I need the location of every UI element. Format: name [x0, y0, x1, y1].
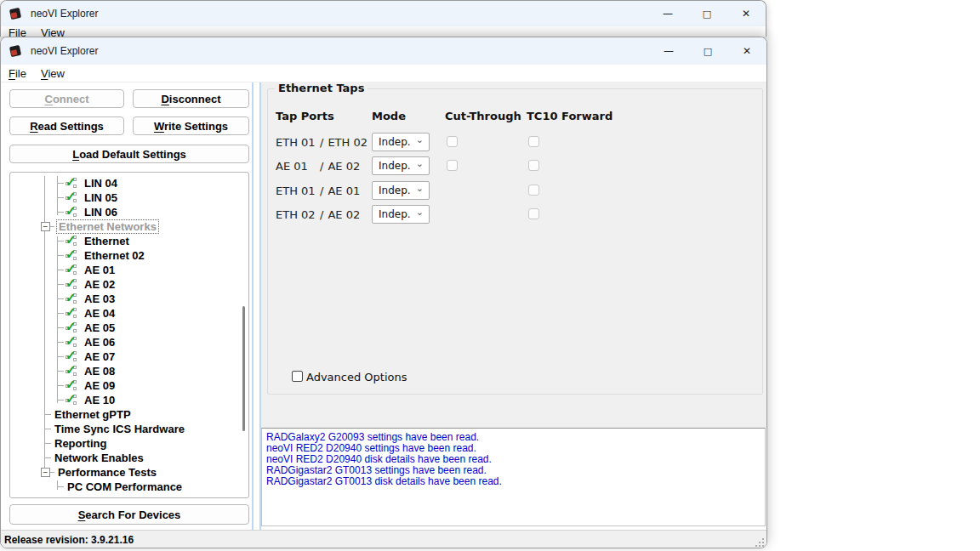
menu-view[interactable]: View — [41, 67, 65, 80]
write-settings-button[interactable]: Write Settings — [133, 116, 249, 135]
tree-item-ae-02[interactable]: ✓AE 02 — [57, 277, 248, 292]
tap-ports-label: ETH 01/AE 01 — [276, 185, 360, 197]
chevron-down-icon: ⌄ — [416, 158, 424, 169]
checked-network-icon: ✓ — [65, 293, 81, 305]
tree-scrollbar[interactable] — [242, 306, 245, 431]
neovi-explorer-window: neoVI Explorer — □ ✕ File View Connect D… — [0, 37, 767, 548]
tree-item-ethernet-02[interactable]: ✓Ethernet 02 — [57, 248, 248, 263]
tap-ports-label: ETH 01/ETH 02 — [276, 136, 368, 149]
advanced-options-label: Advanced Options — [306, 371, 407, 383]
tree-item-ae-08[interactable]: ✓AE 08 — [57, 364, 248, 378]
close-icon[interactable]: ✕ — [726, 1, 766, 26]
tree-item-ae-10[interactable]: ✓AE 10 — [57, 393, 248, 407]
col-header-mode: Mode — [372, 110, 406, 122]
tree-item-ae-09[interactable]: ✓AE 09 — [57, 378, 248, 393]
menu-file[interactable]: File — [9, 67, 26, 80]
tree-item-performance-tests[interactable]: −Performance Tests — [41, 465, 248, 480]
tree-item-reporting[interactable]: Reporting — [44, 436, 248, 451]
mode-dropdown[interactable]: Indep.⌄ — [372, 133, 430, 151]
tc10-forward-checkbox[interactable] — [528, 160, 539, 171]
collapse-icon[interactable]: − — [41, 468, 50, 477]
checked-network-icon: ✓ — [65, 278, 81, 291]
tree-item-ae-04[interactable]: ✓AE 04 — [57, 306, 248, 321]
tree-item-ae-01[interactable]: ✓AE 01 — [57, 263, 248, 277]
col-header-cut-through: Cut-Through — [445, 110, 521, 122]
checked-network-icon: ✓ — [65, 264, 81, 276]
tree-item-network-enables[interactable]: Network Enables — [44, 451, 248, 465]
tree-item-time-sync[interactable]: Time Sync ICS Hardware — [44, 422, 248, 436]
read-settings-button[interactable]: Read Settings — [9, 116, 124, 135]
load-default-settings-button[interactable]: Load Default Settings — [9, 145, 249, 163]
maximize-icon[interactable]: □ — [687, 1, 726, 26]
back-titlebar[interactable]: neoVI Explorer — □ ✕ — [1, 1, 766, 26]
chevron-down-icon: ⌄ — [416, 134, 424, 145]
titlebar[interactable]: neoVI Explorer — □ ✕ — [1, 37, 766, 65]
tree-item-ae-07[interactable]: ✓AE 07 — [57, 349, 248, 364]
chevron-down-icon: ⌄ — [416, 183, 424, 194]
tree-item-ae-06[interactable]: ✓AE 06 — [57, 335, 248, 349]
message-log: RADGalaxy2 G20093 settings have been rea… — [261, 428, 766, 526]
checked-network-icon: ✓ — [65, 336, 81, 349]
back-menu-view[interactable]: View — [41, 26, 65, 37]
mode-dropdown[interactable]: Indep.⌄ — [372, 205, 430, 224]
close-icon[interactable]: ✕ — [727, 37, 766, 65]
cut-through-checkbox[interactable] — [447, 136, 458, 147]
device-pane: Connect Disconnect Read Settings Write S… — [1, 82, 252, 530]
minimize-icon[interactable]: — — [649, 37, 688, 65]
tree-item-lin-04[interactable]: ✓LIN 04 — [57, 176, 248, 190]
checked-network-icon: ✓ — [65, 307, 81, 320]
checked-network-icon: ✓ — [65, 365, 81, 378]
collapse-icon[interactable]: − — [41, 222, 50, 231]
app-icon — [9, 8, 23, 20]
tree-item-lin-06[interactable]: ✓LIN 06 — [57, 205, 248, 219]
tree-item-pc-com-performance[interactable]: PC COM Performance — [57, 480, 248, 494]
checked-network-icon: ✓ — [65, 235, 81, 247]
mode-dropdown[interactable]: Indep.⌄ — [372, 181, 430, 200]
status-bar: Release revision: 3.9.21.16 — [1, 530, 766, 548]
advanced-options-checkbox[interactable] — [292, 371, 303, 382]
tc10-forward-checkbox[interactable] — [528, 208, 539, 219]
minimize-icon[interactable]: — — [648, 1, 687, 26]
col-header-tap-ports: Tap Ports — [276, 110, 334, 122]
background-window: neoVI Explorer — □ ✕ File View — [0, 0, 766, 37]
window-title: neoVI Explorer — [31, 45, 98, 57]
settings-tree: ✓LIN 04 ✓LIN 05 ✓LIN 06 −Ethernet Networ… — [9, 172, 249, 498]
checked-network-icon: ✓ — [65, 249, 81, 262]
tap-ports-label: ETH 02/AE 02 — [276, 208, 360, 221]
tree-item-ethernet[interactable]: ✓Ethernet — [57, 234, 248, 248]
tc10-forward-checkbox[interactable] — [528, 185, 539, 196]
tc10-forward-checkbox[interactable] — [528, 136, 539, 147]
back-menubar: File View — [1, 26, 766, 37]
resize-grip-icon[interactable] — [755, 538, 764, 547]
mode-dropdown[interactable]: Indep.⌄ — [372, 156, 430, 175]
app-icon — [9, 45, 23, 58]
checked-network-icon: ✓ — [65, 177, 81, 190]
tree-item-ae-03[interactable]: ✓AE 03 — [57, 292, 248, 306]
connect-button[interactable]: Connect — [9, 89, 124, 108]
back-menu-file[interactable]: File — [9, 26, 26, 37]
log-line: RADGigastar2 GT0013 disk details have be… — [266, 476, 765, 487]
settings-pane: Ethernet Taps Tap Ports Mode Cut-Through… — [261, 82, 767, 428]
tree-item-ae-05[interactable]: ✓AE 05 — [57, 321, 248, 335]
groupbox-legend: Ethernet Taps — [275, 82, 368, 94]
release-revision-text: Release revision: 3.9.21.16 — [1, 534, 134, 546]
checked-network-icon: ✓ — [65, 350, 81, 363]
tap-ports-label: AE 01/AE 02 — [276, 160, 360, 173]
ethernet-taps-groupbox: Ethernet Taps Tap Ports Mode Cut-Through… — [267, 88, 763, 395]
col-header-tc10-forward: TC10 Forward — [527, 110, 612, 122]
checked-network-icon: ✓ — [65, 206, 81, 219]
checked-network-icon: ✓ — [65, 321, 81, 334]
chevron-down-icon: ⌄ — [416, 207, 424, 218]
tree-item-ethernet-gptp[interactable]: Ethernet gPTP — [44, 407, 248, 422]
checked-network-icon: ✓ — [65, 394, 81, 406]
client-area: Connect Disconnect Read Settings Write S… — [1, 82, 766, 530]
search-for-devices-button[interactable]: Search For Devices — [9, 504, 249, 525]
maximize-icon[interactable]: □ — [688, 37, 727, 65]
checked-network-icon: ✓ — [65, 191, 81, 204]
cut-through-checkbox[interactable] — [447, 160, 458, 171]
tree-item-lin-05[interactable]: ✓LIN 05 — [57, 190, 248, 205]
disconnect-button[interactable]: Disconnect — [133, 89, 249, 108]
checked-network-icon: ✓ — [65, 379, 81, 392]
pane-splitter[interactable] — [252, 82, 261, 530]
back-window-title: neoVI Explorer — [31, 8, 98, 20]
